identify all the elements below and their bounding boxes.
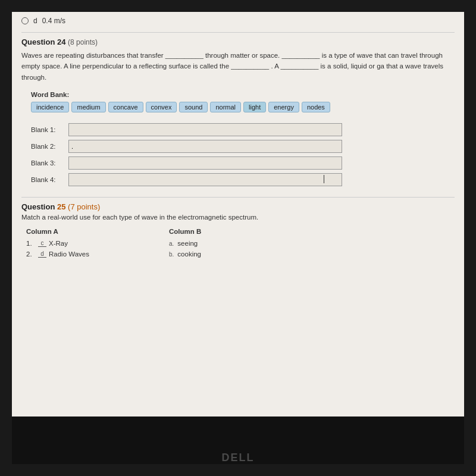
blank-3-row: Blank 3: [31,156,455,170]
match-row-1: 1. c X-Ray [26,240,121,247]
word-sound[interactable]: sound [179,102,208,112]
word-bank: incidence medium concave convex sound no… [31,102,455,112]
match-number-2: 2. [26,250,36,258]
answer-letter-b: b. [169,251,174,258]
column-a: Column A 1. c X-Ray 2. d Radio Waves [26,228,121,261]
answer-cooking: cooking [177,250,201,258]
word-incidence[interactable]: incidence [31,102,69,112]
answer-letter-a: a. [169,240,174,247]
question-25-subtitle: Match a real-world use for each type of … [21,214,455,221]
blanks-section: Blank 1: Blank 2: Blank 3: Blank 4: [31,123,455,186]
match-item-xray: X-Ray [49,240,68,247]
blank-4-row: Blank 4: [31,173,455,186]
column-b-header: Column B [169,228,264,235]
bottom-bar: DELL [12,416,464,464]
divider-top [21,32,455,33]
divider-mid [21,197,455,198]
blank-3-label: Blank 3: [31,159,64,167]
q25-number-label: Question [21,202,57,211]
word-concave[interactable]: concave [108,102,143,112]
word-normal[interactable]: normal [210,102,241,112]
match-answer-2: d [38,250,46,258]
column-a-header: Column A [26,228,121,235]
columns-container: Column A 1. c X-Ray 2. d Radio Waves [26,228,455,261]
word-energy[interactable]: energy [268,102,299,112]
blank-4-input[interactable] [68,173,342,186]
blank-4-label: Blank 4: [31,176,64,183]
dell-logo: DELL [222,452,255,464]
answer-seeing: seeing [177,240,198,247]
word-light[interactable]: light [243,102,266,112]
match-answer-1: c [38,240,46,247]
word-nodes[interactable]: nodes [302,102,330,112]
blank-2-row: Blank 2: [31,140,455,153]
answer-row-a: a. seeing [169,240,264,247]
option-d-value: 0.4 m/s [42,17,65,25]
question-25-section: Question 25 (7 points) Match a real-worl… [21,202,455,261]
word-medium[interactable]: medium [71,102,105,112]
blank-1-label: Blank 1: [31,126,64,133]
question-24-title: Question 24 (8 points) [21,37,455,46]
answer-row-b: b. cooking [169,250,264,258]
word-bank-label: Word Bank: [31,91,455,98]
option-d-label: d [33,17,37,25]
word-convex[interactable]: convex [146,102,177,112]
blank-1-row: Blank 1: [31,123,455,136]
question-25-title: Question 25 (7 points) [21,202,455,211]
match-item-radio: Radio Waves [49,250,89,258]
question-24-text: Waves are repeating disturbances that tr… [21,50,455,83]
blank-2-label: Blank 2: [31,143,64,150]
blank-2-input[interactable] [68,140,342,153]
match-number-1: 1. [26,240,36,247]
blank-3-input[interactable] [68,156,342,170]
match-row-2: 2. d Radio Waves [26,250,121,258]
question-24-section: Question 24 (8 points) Waves are repeati… [21,37,455,186]
radio-d[interactable] [21,17,29,24]
column-b: Column B a. seeing b. cooking [169,228,264,261]
blank-1-input[interactable] [68,123,342,136]
option-d-row: d 0.4 m/s [21,17,455,25]
